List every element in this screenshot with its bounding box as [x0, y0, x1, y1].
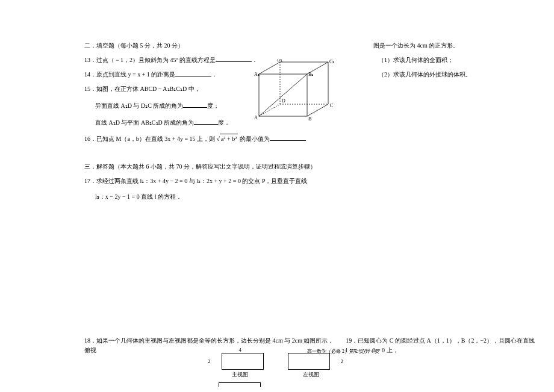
section-2-header: 二．填空题（每小题 5 分，共 20 分）: [84, 41, 361, 51]
label-B1: B₁: [308, 72, 313, 77]
q15b-unit: 度．: [218, 119, 230, 126]
question-16: 16．已知点 M（a，b）在直线 3x + 4y = 15 上，则 √a² + …: [84, 134, 361, 144]
svg-line-9: [259, 74, 307, 116]
main-view-rect: [222, 353, 264, 370]
q16-pre: 16．已知点 M（a，b）在直线 3x + 4y = 15 上，则 √: [84, 135, 220, 142]
left-view-label: 左视图: [279, 371, 344, 379]
q14-text: 14．原点到直线 y = x + 1 的距离是: [84, 71, 175, 78]
right-line-1: 图是一个边长为 4cm 的正方形。: [373, 41, 530, 51]
dim-2: 2: [208, 358, 211, 364]
label-D1: D₁: [277, 59, 282, 63]
q15a-text: 异面直线 A₁D 与 D₁C 所成的角为: [95, 102, 183, 109]
dim-2b: 2: [341, 358, 344, 364]
cube-figure: A₁ B₁ D₁ C₁ A B C D: [247, 59, 349, 125]
label-C: C: [330, 103, 333, 108]
right-line-3: （2）求该几何体的外接球的体积。: [378, 70, 530, 79]
question-17b: l₃：x − 2y − 1 = 0 直线 l 的方程．: [95, 192, 361, 202]
main-view-label: 主视图: [208, 371, 273, 379]
label-D: D: [282, 98, 285, 104]
blank: [183, 102, 207, 108]
blank: [270, 135, 306, 141]
q15b-text: 直线 A₁D 与平面 AB₁C₁D 所成的角为: [95, 119, 194, 126]
label-B: B: [308, 116, 311, 122]
question-17a: 17．求经过两条直线 l₁：3x + 4y − 2 = 0 与 l₂：2x + …: [84, 176, 361, 186]
svg-line-5: [307, 104, 328, 116]
dim-4: 4: [208, 347, 273, 353]
section-3-header: 三．解答题（本大题共 6 小题，共 70 分，解答应写出文字说明，证明过程或演算…: [84, 162, 361, 172]
right-line-2: （1）求该几何体的全面积；: [378, 55, 530, 65]
svg-line-1: [259, 62, 280, 74]
label-A1: A₁: [254, 72, 260, 77]
label-C1: C₁: [329, 59, 334, 64]
blank: [175, 70, 211, 76]
label-A: A: [254, 115, 258, 120]
q15a-unit: 度；: [207, 102, 219, 109]
svg-line-6: [259, 104, 280, 116]
blank: [194, 119, 218, 125]
q16-post: 的最小值为: [238, 135, 270, 142]
page-footer: 高一数学（必修 2）第 2 页 共 4 页: [307, 348, 379, 355]
left-view-rect: [288, 353, 330, 370]
top-view-partial: [219, 382, 261, 387]
q13-text: 13．过点（－1，2）且倾斜角为 45º 的直线方程是: [84, 57, 216, 63]
sqrt-expr: a² + b²: [220, 134, 238, 144]
right-column: 图是一个边长为 4cm 的正方形。 （1）求该几何体的全面积； （2）求该几何体…: [373, 41, 530, 84]
